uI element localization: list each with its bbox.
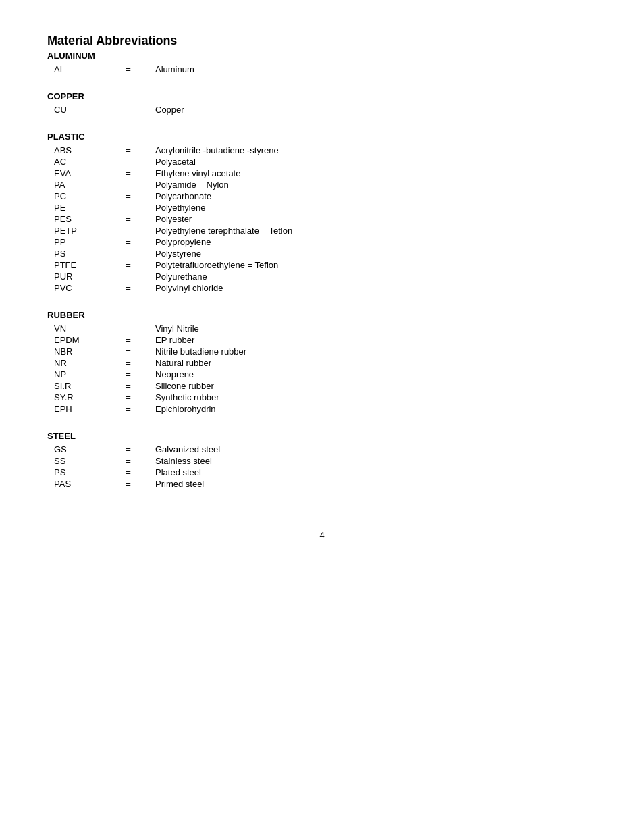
abbr-table-steel: GS=Galvanized steelSS=Stainless steelPS=… [54, 444, 220, 490]
table-row: PP=Polypropylene [54, 236, 292, 248]
abbr-code: CU [54, 104, 101, 115]
abbr-description: Polyamide = Nylon [155, 179, 292, 190]
equals-sign: = [101, 236, 155, 248]
table-row: SS=Stainless steel [54, 455, 220, 467]
section-header-copper: COPPER [47, 91, 597, 101]
section-header-rubber: RUBBER [47, 310, 597, 320]
equals-sign: = [101, 145, 155, 156]
equals-sign: = [101, 104, 155, 115]
abbr-code: AL [54, 63, 101, 75]
abbr-code: AC [54, 156, 101, 167]
table-row: CU=Copper [54, 104, 184, 115]
abbr-code: PUR [54, 271, 101, 282]
equals-sign: = [101, 156, 155, 167]
abbr-code: VN [54, 323, 101, 334]
abbr-table-aluminum: AL=Aluminum [54, 63, 194, 75]
equals-sign: = [101, 346, 155, 357]
abbr-description: Vinyl Nitrile [155, 323, 246, 334]
table-row: GS=Galvanized steel [54, 444, 220, 455]
table-row: EPDM=EP rubber [54, 334, 246, 346]
abbr-code: SY.R [54, 392, 101, 403]
equals-sign: = [101, 63, 155, 75]
abbr-code: EPDM [54, 334, 101, 346]
equals-sign: = [101, 357, 155, 369]
abbr-code: PTFE [54, 259, 101, 271]
section-rubber: RUBBERVN=Vinyl NitrileEPDM=EP rubberNBR=… [47, 310, 597, 415]
abbr-description: EP rubber [155, 334, 246, 346]
abbr-description: Ethylene vinyl acetate [155, 167, 292, 179]
abbr-description: Polyethylene [155, 202, 292, 213]
abbr-code: NP [54, 369, 101, 380]
abbr-code: PE [54, 202, 101, 213]
abbr-table-plastic: ABS=Acrylonitrile -butadiene -styreneAC=… [54, 145, 292, 294]
abbr-description: Polystyrene [155, 248, 292, 259]
equals-sign: = [101, 392, 155, 403]
abbr-table-copper: CU=Copper [54, 104, 184, 115]
abbr-description: Silicone rubber [155, 380, 246, 392]
equals-sign: = [101, 225, 155, 236]
equals-sign: = [101, 403, 155, 415]
equals-sign: = [101, 380, 155, 392]
abbr-table-rubber: VN=Vinyl NitrileEPDM=EP rubberNBR=Nitril… [54, 323, 246, 415]
abbr-description: Aluminum [155, 63, 194, 75]
equals-sign: = [101, 248, 155, 259]
equals-sign: = [101, 369, 155, 380]
equals-sign: = [101, 190, 155, 202]
abbr-description: Synthetic rubber [155, 392, 246, 403]
equals-sign: = [101, 444, 155, 455]
table-row: PUR=Polyurethane [54, 271, 292, 282]
abbr-description: Galvanized steel [155, 444, 220, 455]
abbr-description: Polyacetal [155, 156, 292, 167]
abbr-code: PA [54, 179, 101, 190]
equals-sign: = [101, 455, 155, 467]
abbr-code: SS [54, 455, 101, 467]
table-row: PETP=Polyethylene terephthalate = Tetlon [54, 225, 292, 236]
abbr-description: Epichlorohydrin [155, 403, 246, 415]
equals-sign: = [101, 202, 155, 213]
abbr-description: Acrylonitrile -butadiene -styrene [155, 145, 292, 156]
equals-sign: = [101, 467, 155, 478]
table-row: ABS=Acrylonitrile -butadiene -styrene [54, 145, 292, 156]
table-row: VN=Vinyl Nitrile [54, 323, 246, 334]
abbr-description: Polycarbonate [155, 190, 292, 202]
table-row: NP=Neoprene [54, 369, 246, 380]
abbr-code: EVA [54, 167, 101, 179]
equals-sign: = [101, 271, 155, 282]
section-header-aluminum: ALUMINUM [47, 51, 597, 61]
abbr-description: Primed steel [155, 478, 220, 490]
equals-sign: = [101, 213, 155, 225]
abbr-code: EPH [54, 403, 101, 415]
equals-sign: = [101, 478, 155, 490]
equals-sign: = [101, 179, 155, 190]
table-row: PC=Polycarbonate [54, 190, 292, 202]
table-row: AL=Aluminum [54, 63, 194, 75]
abbr-description: Polyvinyl chloride [155, 282, 292, 294]
abbr-code: NR [54, 357, 101, 369]
equals-sign: = [101, 282, 155, 294]
table-row: PE=Polyethylene [54, 202, 292, 213]
abbr-code: PETP [54, 225, 101, 236]
table-row: PS=Plated steel [54, 467, 220, 478]
equals-sign: = [101, 323, 155, 334]
abbr-code: PS [54, 248, 101, 259]
abbr-description: Nitrile butadiene rubber [155, 346, 246, 357]
table-row: PA=Polyamide = Nylon [54, 179, 292, 190]
abbr-code: PS [54, 467, 101, 478]
page-number: 4 [319, 530, 324, 540]
abbr-description: Stainless steel [155, 455, 220, 467]
abbr-code: PES [54, 213, 101, 225]
abbr-description: Neoprene [155, 369, 246, 380]
section-plastic: PLASTICABS=Acrylonitrile -butadiene -sty… [47, 132, 597, 294]
page-title: Material Abbreviations [47, 34, 597, 48]
abbr-code: PP [54, 236, 101, 248]
equals-sign: = [101, 334, 155, 346]
abbr-code: PC [54, 190, 101, 202]
abbr-code: PAS [54, 478, 101, 490]
section-aluminum: ALUMINUMAL=Aluminum [47, 51, 597, 75]
abbr-code: ABS [54, 145, 101, 156]
table-row: SI.R=Silicone rubber [54, 380, 246, 392]
table-row: PES=Polyester [54, 213, 292, 225]
abbr-code: PVC [54, 282, 101, 294]
abbr-code: GS [54, 444, 101, 455]
page-footer: 4 [47, 530, 597, 540]
